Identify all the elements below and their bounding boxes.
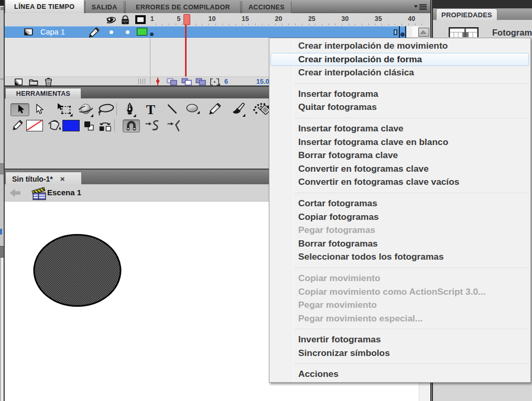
menu-separator — [294, 83, 529, 84]
menu-item-crear-interpolación-de-forma[interactable]: Crear interpolación de forma — [269, 53, 530, 66]
menu-item-crear-interpolación-clásica[interactable]: Crear interpolación clásica — [269, 66, 530, 80]
straighten-icon[interactable] — [167, 119, 183, 132]
lock-icon[interactable] — [121, 15, 130, 25]
ruler-number-30: 30 — [341, 15, 349, 23]
swap-colors-icon[interactable] — [99, 120, 112, 132]
ruler-number-5: 5 — [177, 15, 181, 23]
menu-item-cortar-fotogramas[interactable]: Cortar fotogramas — [269, 197, 530, 210]
selection-tool-button[interactable] — [10, 103, 29, 116]
layer-unlocked-dot[interactable] — [126, 30, 129, 34]
new-folder-icon[interactable] — [29, 78, 38, 86]
menu-item-acciones[interactable]: Acciones — [269, 367, 530, 381]
delete-layer-trash-icon[interactable] — [44, 77, 53, 86]
selection-type-label: Fotograma — [492, 28, 532, 38]
span-end-rect — [394, 29, 397, 35]
panel-tab-l-nea-de-tiempo[interactable]: LÍNEA DE TIEMPO — [5, 0, 84, 13]
free-transform-tool-icon[interactable] — [57, 103, 73, 117]
onion-skin-icon[interactable] — [167, 78, 178, 86]
menu-item-crear-interpolación-de-movimiento[interactable]: Crear interpolación de movimiento — [269, 39, 530, 53]
menu-item-sincronizar-símbolos[interactable]: Sincronizar símbolos — [269, 347, 530, 360]
center-frame-icon[interactable] — [155, 77, 161, 85]
document-tab[interactable]: Sin título-1* × — [5, 172, 82, 185]
fill-color-swatch[interactable] — [62, 120, 80, 131]
lasso-tool-icon[interactable] — [97, 103, 115, 117]
panel-tab-errores-de-compilador[interactable]: ERRORES DE COMPILADOR — [125, 1, 241, 13]
panel-tab-bar: LÍNEA DE TIEMPOSALIDAERRORES DE COMPILAD… — [5, 0, 430, 13]
tab-propiedades[interactable]: PROPIEDADES — [436, 8, 497, 20]
line-tool-icon[interactable] — [167, 103, 178, 115]
stroke-pencil-icon[interactable] — [12, 119, 24, 132]
selected-ellipse-shape[interactable] — [33, 234, 122, 307]
edit-multiple-frames-icon[interactable] — [196, 78, 207, 86]
flash-application-window: LÍNEA DE TIEMPOSALIDAERRORES DE COMPILAD… — [0, 0, 532, 401]
menu-item-quitar-fotogramas[interactable]: Quitar fotogramas — [269, 101, 530, 114]
rotation-3d-tool-icon[interactable] — [78, 102, 95, 117]
keyframe-dot-frame40 — [400, 32, 405, 37]
frame-properties-icon — [449, 27, 479, 37]
subselection-tool-icon[interactable] — [35, 104, 44, 116]
fill-bucket-icon[interactable] — [48, 119, 62, 132]
left-dock-strip — [0, 0, 5, 401]
oval-tool-icon[interactable] — [186, 103, 201, 117]
scene-clapperboard-icon[interactable] — [31, 186, 47, 200]
menu-separator — [294, 268, 529, 268]
timeline-ruler[interactable]: 1510152025303540 — [5, 13, 430, 26]
timeline-scroll-up-button[interactable] — [418, 28, 429, 37]
stroke-color-swatch-none[interactable] — [26, 120, 43, 131]
menu-item-borrar-fotogramas[interactable]: Borrar fotogramas — [269, 237, 530, 251]
snap-magnet-button[interactable] — [123, 119, 140, 132]
playhead-handle[interactable] — [183, 14, 190, 25]
snap-magnet-icon — [123, 120, 139, 132]
brush-tool-icon[interactable] — [229, 102, 247, 117]
onion-skin-outlines-icon[interactable] — [181, 78, 192, 86]
menu-separator — [294, 363, 529, 364]
selection-tool-icon — [11, 104, 29, 116]
menu-separator — [294, 329, 529, 329]
menu-item-pegar-fotogramas: Pegar fotogramas — [269, 224, 530, 237]
text-tool-icon[interactable]: T — [144, 103, 157, 116]
panel-tab-salida[interactable]: SALIDA — [85, 1, 124, 13]
menu-item-insertar-fotograma-clave[interactable]: Insertar fotograma clave — [269, 122, 530, 136]
ruler-number-20: 20 — [275, 15, 282, 23]
svg-text:T: T — [146, 103, 155, 116]
menu-item-copiar-fotogramas[interactable]: Copiar fotogramas — [269, 210, 530, 224]
layer-visible-dot[interactable] — [110, 30, 113, 34]
menu-item-seleccionar-todos-los-fotogramas[interactable]: Seleccionar todos los fotogramas — [269, 250, 530, 264]
left-dock-grip2[interactable] — [0, 246, 4, 258]
show-hide-eye-icon[interactable] — [105, 16, 117, 24]
layer-outline-color-swatch[interactable] — [137, 28, 147, 36]
current-frame-value[interactable]: 6 — [224, 78, 228, 86]
document-close-icon[interactable]: × — [60, 174, 65, 183]
outline-square-icon[interactable] — [135, 15, 146, 24]
menu-item-pegar-movimiento: Pegar movimiento — [269, 298, 530, 312]
modify-markers-icon[interactable] — [210, 78, 220, 86]
scene-breadcrumb[interactable]: Escena 1 — [47, 188, 81, 197]
back-arrow-icon[interactable] — [9, 188, 21, 197]
panel-menu-icon[interactable] — [414, 4, 427, 10]
layer-name[interactable]: Capa 1 — [40, 28, 65, 36]
panel-resize-grip[interactable] — [138, 79, 146, 84]
smooth-icon[interactable] — [145, 119, 162, 132]
pen-tool-icon[interactable] — [124, 102, 137, 117]
menu-item-convertir-en-fotogramas-clave-vacíos[interactable]: Convertir en fotogramas clave vacíos — [269, 175, 530, 189]
timeline-layer-row[interactable]: Capa 1 — [5, 26, 430, 38]
keyframe-dot-frame1 — [150, 32, 154, 36]
ruler-number-35: 35 — [375, 15, 382, 23]
document-tab-label: Sin título-1* — [12, 175, 53, 183]
panel-tab-acciones[interactable]: ACCIONES — [242, 1, 291, 13]
menu-item-insertar-fotograma-clave-en-blanco[interactable]: Insertar fotograma clave en blanco — [269, 136, 530, 149]
pencil-tool-icon[interactable] — [208, 102, 222, 117]
layer-page-icon — [24, 28, 34, 36]
left-dock-grip[interactable] — [0, 163, 4, 174]
ruler-number-10: 10 — [209, 15, 216, 23]
menu-item-insertar-fotograma[interactable]: Insertar fotograma — [269, 87, 530, 101]
ruler-number-25: 25 — [308, 15, 316, 23]
default-colors-icon[interactable] — [83, 120, 95, 131]
menu-item-convertir-en-fotogramas-clave[interactable]: Convertir en fotogramas clave — [269, 162, 530, 176]
tab-herramientas[interactable]: HERRAMIENTAS — [5, 88, 81, 99]
frame-context-menu: Crear interpolación de movimientoCrear i… — [269, 38, 531, 383]
menu-item-invertir-fotogramas[interactable]: Invertir fotogramas — [269, 333, 530, 347]
menu-item-borrar-fotograma-clave[interactable]: Borrar fotograma clave — [269, 149, 530, 162]
new-layer-icon[interactable] — [14, 78, 23, 86]
frame-rate-value[interactable]: 15.0 — [256, 78, 269, 86]
